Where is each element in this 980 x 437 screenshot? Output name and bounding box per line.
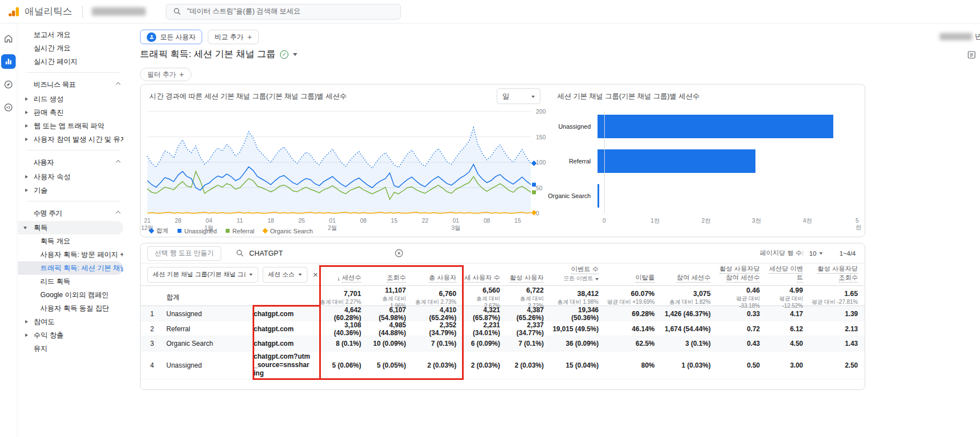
analytics-home-link[interactable]: 애널리틱스 xyxy=(0,5,72,18)
plot-selected-rows-button[interactable]: 선택 행 도표 만들기 xyxy=(147,246,221,261)
collapse-arrow-icon[interactable] xyxy=(24,227,27,229)
advertising-nav-button[interactable] xyxy=(1,100,16,115)
sidebar-item[interactable]: 실시간 페이지 xyxy=(18,55,123,68)
table-row[interactable]: 2Referralchatgpt.com3,108 (40.36%)4,985 … xyxy=(141,321,865,336)
sidebar-item[interactable]: 웹 또는 앱 트래픽 파악 xyxy=(18,119,123,133)
sidebar-item-label: 리드 획득 xyxy=(40,277,70,286)
x-axis-tick-label: 15 xyxy=(515,217,521,224)
date-range-selector[interactable]: 년 12월 xyxy=(940,32,980,41)
table-search[interactable]: CHATGPT xyxy=(236,248,404,258)
totals-row: 합계7,701총계 대비 2.27%11,107총계 대비 1.96%6,760… xyxy=(141,286,865,306)
metric-cell: 10 (0.09%) xyxy=(368,340,413,347)
sidebar-section-title[interactable]: 비즈니스 목표 xyxy=(18,77,129,92)
bar[interactable] xyxy=(598,149,755,173)
bar[interactable] xyxy=(598,115,833,138)
chevron-down-icon[interactable] xyxy=(293,53,297,58)
reports-nav-button[interactable] xyxy=(1,54,16,69)
x-axis-tick-label: 25 xyxy=(298,217,305,224)
table-search-input[interactable]: CHATGPT xyxy=(249,250,389,257)
column-header-event-count[interactable]: 이벤트 수모든 이벤트 xyxy=(550,264,605,285)
expand-arrow-icon[interactable] xyxy=(25,97,28,101)
metric-cell: 4,410 (65.24%) xyxy=(413,306,463,322)
sidebar-item[interactable]: 판매 촉진 xyxy=(18,106,123,119)
sidebar-item[interactable]: 실시간 개요 xyxy=(18,41,123,55)
sidebar-item[interactable]: 보고서 개요 xyxy=(18,28,123,41)
metric-cell: 1,674 (54.44%) xyxy=(661,325,717,333)
sidebar-item-label: 실시간 개요 xyxy=(34,44,71,53)
add-comparison-chip[interactable]: 비교 추가 + xyxy=(208,30,259,44)
chevron-up-icon[interactable] xyxy=(116,160,120,165)
column-header-views[interactable]: 조회수 xyxy=(368,264,413,285)
blurred-property-name[interactable] xyxy=(92,7,146,16)
column-header-sessions[interactable]: ↓세션수 xyxy=(320,264,368,285)
sidebar-item[interactable]: 기술 xyxy=(18,184,123,197)
expand-arrow-icon[interactable] xyxy=(25,138,28,141)
column-header-bounce-rate[interactable]: 이탈률 xyxy=(605,264,661,285)
rows-per-page-select[interactable]: 10 xyxy=(809,250,823,257)
metric-cell: 1.39 xyxy=(810,310,865,318)
table-row[interactable]: 3Organic Searchchatgpt.com8 (0.1%)10 (0.… xyxy=(141,336,865,351)
table-row[interactable]: 4Unassignedchatgpt.com?utm_source=snssha… xyxy=(141,351,865,379)
square-marker-icon xyxy=(178,229,181,233)
sidebar-item-label: 참여도 xyxy=(34,317,55,327)
add-filter-label: 필터 추가 xyxy=(147,70,176,79)
legend-item[interactable]: Organic Search xyxy=(263,228,312,234)
column-header-events-per-session[interactable]: 세션당 이벤트 xyxy=(767,264,810,285)
bar[interactable] xyxy=(598,184,599,208)
expand-arrow-icon[interactable] xyxy=(25,189,28,192)
bar-category-label: Referral xyxy=(528,158,598,165)
sidebar-section-title[interactable]: 수명 주기 xyxy=(18,205,129,221)
expand-arrow-icon[interactable] xyxy=(25,111,28,114)
sidebar-item[interactable]: 사용자 획득 동질 집단 xyxy=(18,302,123,315)
sidebar-item[interactable]: 획득 개요 xyxy=(18,234,123,248)
explore-nav-button[interactable] xyxy=(1,77,16,92)
session-source-dimension-chip[interactable]: 세션 소스 xyxy=(263,267,307,283)
granularity-value: 일 xyxy=(502,92,510,101)
column-header-label: 이탈률 xyxy=(636,274,655,283)
app-name: 애널리틱스 xyxy=(25,5,72,18)
clear-search-icon[interactable] xyxy=(394,248,404,258)
chevron-up-icon[interactable] xyxy=(116,211,120,215)
sidebar-item[interactable]: 사용자 속성 xyxy=(18,170,123,184)
add-filter-chip[interactable]: 필터 추가 + xyxy=(140,68,192,81)
remove-dimension-button[interactable]: × xyxy=(312,270,319,279)
expand-arrow-icon[interactable] xyxy=(25,175,28,178)
column-header-engaged-sessions[interactable]: 참여 세션수 xyxy=(661,264,717,285)
legend-item[interactable]: 합계 xyxy=(150,227,169,235)
sidebar-item[interactable]: 사용자 참여 발생 시간 및 유지율 ... xyxy=(18,133,123,146)
column-header-active-users[interactable]: 활성 사용자 xyxy=(507,264,550,285)
sidebar-item[interactable]: 리드 생성 xyxy=(18,92,123,106)
totals-label: 합계 xyxy=(160,293,320,302)
bar-category-label: Organic Search xyxy=(528,192,598,199)
reports-sidebar: 보고서 개요실시간 개요실시간 페이지비즈니스 목표리드 생성판매 촉진웹 또는… xyxy=(18,24,129,437)
insights-notes-icon[interactable] xyxy=(967,50,977,60)
sidebar-section-title[interactable]: 사용자 xyxy=(18,154,129,170)
sidebar-item[interactable]: 사용자 획득: 방문 페이지 + 쿼... xyxy=(18,248,123,261)
sidebar-item[interactable]: 리드 획득 xyxy=(18,275,123,288)
all-users-chip[interactable]: 모든 사용자 xyxy=(140,30,202,44)
column-header-engaged-sessions-per-active-user[interactable]: 활성 사용자당참여 세션수 xyxy=(717,264,767,285)
chevron-up-icon[interactable] xyxy=(116,82,120,87)
channel-group-dimension-chip[interactable]: 세션 기본 채널 그룹(기본 채널 그룹) xyxy=(147,267,258,283)
legend-item[interactable]: Unassigned xyxy=(178,228,217,234)
sidebar-item-label: 보고서 개요 xyxy=(34,30,71,40)
granularity-select[interactable]: 일 xyxy=(497,88,540,104)
column-header-views-per-active-user[interactable]: 활성 사용자당조회수 xyxy=(810,264,865,285)
sidebar-item-selected[interactable]: 트래픽 획득: 세션 기본 채널 그... xyxy=(18,261,123,275)
column-header-total-users[interactable]: 총 사용자 xyxy=(413,264,463,285)
sidebar-item[interactable]: 유지 xyxy=(18,342,123,355)
charts-panel: 시간 경과에 따른 세션 기본 채널 그룹(기본 채널 그룹)별 세션수 일 0… xyxy=(140,84,865,237)
sidebar-item[interactable]: 획득 xyxy=(18,221,123,234)
expand-arrow-icon[interactable] xyxy=(25,333,28,337)
home-nav-button[interactable] xyxy=(1,31,16,46)
data-quality-check-icon[interactable]: ✓ xyxy=(280,50,288,59)
sidebar-item[interactable]: Google 이외의 캠페인 xyxy=(18,288,123,302)
expand-arrow-icon[interactable] xyxy=(25,320,28,323)
sidebar-item[interactable]: 참여도 xyxy=(18,315,123,328)
event-filter-dropdown[interactable]: 모든 이벤트 xyxy=(563,275,599,283)
column-header-new-users[interactable]: 새 사용자 수 xyxy=(463,264,507,285)
legend-item[interactable]: Referral xyxy=(226,228,254,234)
sidebar-item[interactable]: 수익 창출 xyxy=(18,328,123,342)
global-search-bar[interactable]: "데이터 스트림"을(를) 검색해 보세요 xyxy=(166,4,401,20)
expand-arrow-icon[interactable] xyxy=(25,124,28,128)
